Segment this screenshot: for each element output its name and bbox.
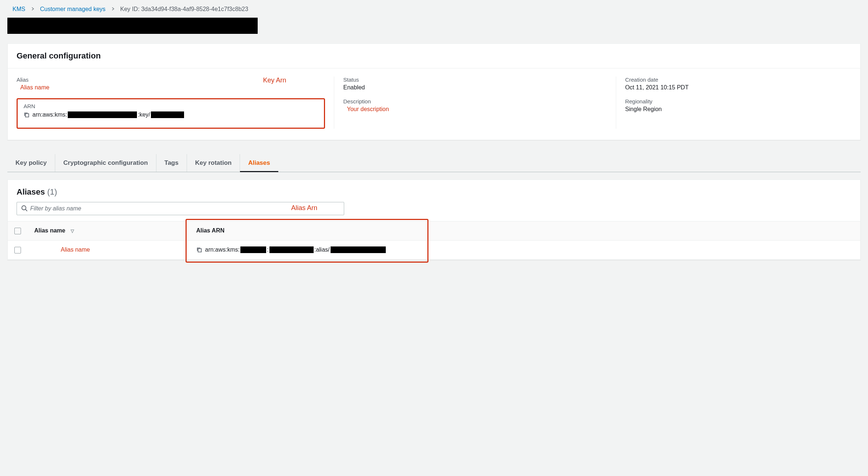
tab-tags[interactable]: Tags	[156, 154, 187, 172]
chevron-right-icon	[31, 6, 35, 12]
col-alias-name[interactable]: Alias name ▽	[28, 221, 190, 241]
aliases-heading: Aliases (1)	[8, 180, 860, 202]
general-config-heading: General configuration	[8, 44, 860, 68]
col-alias-arn[interactable]: Alias ARN	[190, 221, 860, 241]
svg-rect-0	[25, 114, 29, 117]
arn-highlight-box: ARN arn:aws:kms: :key	[17, 98, 325, 129]
arn-mid: :key/	[138, 111, 150, 118]
status-value: Enabled	[343, 84, 607, 91]
cell-alias-arn: arn:aws:kms: : :alias/	[190, 240, 860, 259]
sort-icon: ▽	[71, 228, 74, 234]
tab-key-policy[interactable]: Key policy	[7, 154, 55, 172]
regionality-label: Regionality	[625, 98, 843, 104]
creation-date-label: Creation date	[625, 77, 843, 83]
alias-arn-sep2: :alias/	[314, 246, 330, 253]
redacted-region	[240, 246, 266, 253]
breadcrumb-cmk[interactable]: Customer managed keys	[40, 6, 106, 13]
tab-crypto-config[interactable]: Cryptographic configuration	[55, 154, 156, 172]
alias-arn-annotation: Alias Arn	[291, 204, 317, 212]
regionality-value: Single Region	[625, 106, 843, 113]
alias-arn-sep1: :	[267, 246, 268, 253]
redacted-key-id	[151, 111, 184, 118]
aliases-count: (1)	[47, 187, 57, 196]
alias-value: Alias name	[17, 84, 325, 91]
svg-point-1	[22, 206, 26, 210]
redacted-account	[269, 246, 314, 253]
breadcrumb: KMS Customer managed keys Key ID: 3da34d…	[7, 4, 861, 18]
select-all-checkbox[interactable]	[14, 228, 21, 234]
alias-arn-prefix: arn:aws:kms:	[205, 246, 240, 253]
chevron-right-icon	[111, 6, 115, 12]
col-select-all	[8, 221, 28, 241]
key-arn-annotation: Key Arn	[263, 77, 286, 84]
breadcrumb-kms[interactable]: KMS	[13, 6, 25, 13]
svg-rect-2	[198, 249, 201, 252]
copy-icon[interactable]	[196, 247, 202, 253]
general-config-panel: General configuration Alias Alias name K…	[7, 43, 861, 140]
status-label: Status	[343, 77, 607, 83]
redacted-region-account	[68, 111, 137, 118]
tab-aliases[interactable]: Aliases	[240, 154, 278, 172]
description-label: Description	[343, 98, 607, 104]
aliases-table: Alias name ▽ Alias ARN Alias name	[8, 221, 860, 260]
tab-key-rotation[interactable]: Key rotation	[187, 154, 240, 172]
aliases-panel: Aliases (1) Alias Arn Alias name ▽	[7, 180, 861, 260]
creation-date-value: Oct 11, 2021 10:15 PDT	[625, 84, 843, 91]
row-checkbox[interactable]	[14, 247, 21, 253]
breadcrumb-current: Key ID: 3da34d94-f38a-4af9-8528-4e1c7f3c…	[120, 6, 248, 13]
search-icon	[21, 205, 28, 212]
table-row: Alias name arn:aws:kms:	[8, 240, 860, 259]
description-value: Your description	[343, 106, 607, 113]
redacted-alias-name	[331, 246, 386, 253]
copy-icon[interactable]	[24, 112, 29, 118]
tabs: Key policy Cryptographic configuration T…	[7, 154, 861, 172]
arn-label: ARN	[24, 103, 318, 109]
cell-alias-name: Alias name	[28, 240, 190, 259]
arn-prefix: arn:aws:kms:	[32, 111, 67, 118]
arn-value-row: arn:aws:kms: :key/	[24, 111, 318, 118]
page-title-redacted	[7, 18, 258, 34]
